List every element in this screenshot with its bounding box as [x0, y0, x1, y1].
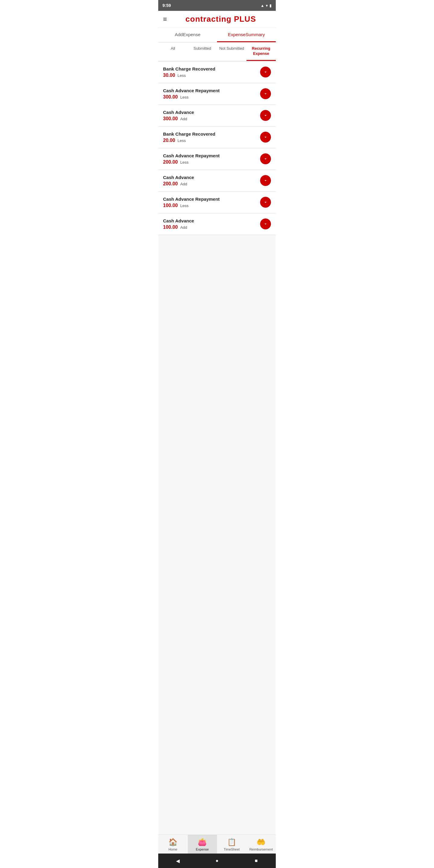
status-icons: ▲ ▾ ▮: [260, 3, 272, 8]
timesheet-icon: 📋: [227, 838, 236, 846]
expense-info: Cash Advance Repayment 300.00 Less: [163, 88, 260, 100]
expense-amount-row: 300.00 Less: [163, 94, 260, 100]
expense-amount-row: 300.00 Add: [163, 116, 260, 121]
expand-button[interactable]: [260, 153, 271, 164]
expense-type: Less: [178, 138, 186, 143]
expense-type: Add: [180, 117, 187, 121]
expense-info: Bank Charge Recovered 30.00 Less: [163, 66, 260, 78]
expand-button[interactable]: [260, 132, 271, 143]
expense-amount: 20.00: [163, 138, 175, 143]
expense-amount-row: 200.00 Add: [163, 181, 260, 187]
expense-item: Bank Charge Recovered 30.00 Less: [158, 61, 276, 83]
expense-info: Cash Advance 100.00 Add: [163, 218, 260, 230]
expense-amount: 300.00: [163, 116, 178, 121]
expand-button[interactable]: [260, 88, 271, 99]
expense-amount: 200.00: [163, 159, 178, 165]
expense-item: Cash Advance 300.00 Add: [158, 105, 276, 127]
expense-type: Less: [180, 204, 188, 208]
nav-reimbursement-label: Reimbursement: [249, 847, 273, 851]
chevron-down-icon: [263, 178, 268, 183]
expense-item: Cash Advance Repayment 300.00 Less: [158, 83, 276, 105]
expense-item: Cash Advance 100.00 Add: [158, 213, 276, 235]
expand-button[interactable]: [260, 218, 271, 229]
expense-amount-row: 100.00 Less: [163, 203, 260, 208]
expense-name: Cash Advance Repayment: [163, 196, 260, 202]
nav-timesheet[interactable]: 📋 TimeSheet: [217, 835, 247, 854]
expense-type: Less: [180, 95, 188, 99]
expense-amount-row: 200.00 Less: [163, 159, 260, 165]
expense-amount: 200.00: [163, 181, 178, 187]
nav-expense-label: Expense: [196, 847, 209, 851]
expense-name: Cash Advance: [163, 175, 260, 180]
nav-home[interactable]: 🏠 Home: [158, 835, 188, 854]
chevron-down-icon: [263, 156, 268, 161]
android-recents-button[interactable]: ■: [252, 857, 260, 865]
subtab-recurring-expense[interactable]: Recurring Expense: [247, 42, 276, 61]
expense-info: Cash Advance Repayment 100.00 Less: [163, 196, 260, 208]
expense-info: Bank Charge Recovered 20.00 Less: [163, 131, 260, 143]
expense-amount: 100.00: [163, 203, 178, 208]
expense-amount-row: 100.00 Add: [163, 224, 260, 230]
expense-item: Cash Advance Repayment 200.00 Less: [158, 148, 276, 170]
nav-timesheet-label: TimeSheet: [224, 847, 240, 851]
reimbursement-icon: 🤲: [256, 838, 266, 846]
logo-plus: PLUS: [234, 14, 256, 24]
chevron-down-icon: [263, 135, 268, 140]
logo-text: contracting: [185, 14, 234, 24]
nav-home-label: Home: [168, 847, 177, 851]
signal-icon: ▲: [260, 3, 264, 8]
expense-item: Cash Advance 200.00 Add: [158, 170, 276, 192]
main-tab-bar: AddExpense ExpenseSummary: [158, 28, 276, 42]
subtab-not-submitted[interactable]: Not Submitted: [217, 42, 247, 61]
expense-info: Cash Advance Repayment 200.00 Less: [163, 153, 260, 165]
nav-expense[interactable]: 👛 Expense: [188, 835, 217, 854]
app-header: ≡ contracting PLUS: [158, 11, 276, 28]
status-time: 9:59: [162, 3, 171, 8]
expense-name: Cash Advance: [163, 218, 260, 223]
subtab-submitted[interactable]: Submitted: [188, 42, 217, 61]
expense-amount-row: 20.00 Less: [163, 138, 260, 143]
expense-name: Cash Advance Repayment: [163, 88, 260, 93]
expand-button[interactable]: [260, 175, 271, 186]
expense-item: Cash Advance Repayment 100.00 Less: [158, 192, 276, 213]
expense-amount-row: 30.00 Less: [163, 73, 260, 78]
expense-name: Bank Charge Recovered: [163, 131, 260, 136]
expense-name: Bank Charge Recovered: [163, 66, 260, 71]
tab-expense-summary[interactable]: ExpenseSummary: [217, 28, 276, 42]
expense-item: Bank Charge Recovered 20.00 Less: [158, 127, 276, 148]
home-icon: 🏠: [168, 838, 178, 846]
chevron-down-icon: [263, 113, 268, 118]
expense-list: Bank Charge Recovered 30.00 Less Cash Ad…: [158, 61, 276, 835]
chevron-down-icon: [263, 91, 268, 96]
expense-amount: 30.00: [163, 73, 175, 78]
bottom-nav: 🏠 Home 👛 Expense 📋 TimeSheet 🤲 Reimburse…: [158, 835, 276, 854]
chevron-down-icon: [263, 200, 268, 205]
expand-button[interactable]: [260, 110, 271, 121]
chevron-down-icon: [263, 221, 268, 226]
expense-type: Less: [180, 160, 188, 164]
hamburger-menu-icon[interactable]: ≡: [163, 16, 167, 23]
app-logo: contracting PLUS: [170, 14, 271, 24]
expense-type: Less: [178, 73, 186, 78]
wifi-icon: ▾: [266, 3, 268, 8]
nav-reimbursement[interactable]: 🤲 Reimbursement: [247, 835, 276, 854]
android-home-button[interactable]: ●: [213, 857, 221, 865]
expense-info: Cash Advance 200.00 Add: [163, 175, 260, 187]
expense-name: Cash Advance: [163, 110, 260, 115]
expense-amount: 100.00: [163, 224, 178, 230]
tab-add-expense[interactable]: AddExpense: [158, 28, 217, 42]
expense-info: Cash Advance 300.00 Add: [163, 110, 260, 121]
expense-type: Add: [180, 225, 187, 230]
expand-button[interactable]: [260, 197, 271, 208]
battery-icon: ▮: [270, 3, 272, 8]
sub-tab-bar: All Submitted Not Submitted Recurring Ex…: [158, 42, 276, 61]
expense-icon: 👛: [198, 838, 207, 846]
android-nav-bar: ◀ ● ■: [158, 854, 276, 868]
expense-amount: 300.00: [163, 94, 178, 100]
status-bar: 9:59 ▲ ▾ ▮: [158, 0, 276, 11]
expand-button[interactable]: [260, 67, 271, 78]
android-back-button[interactable]: ◀: [174, 857, 182, 865]
chevron-down-icon: [263, 70, 268, 74]
subtab-all[interactable]: All: [158, 42, 188, 61]
expense-type: Add: [180, 182, 187, 186]
